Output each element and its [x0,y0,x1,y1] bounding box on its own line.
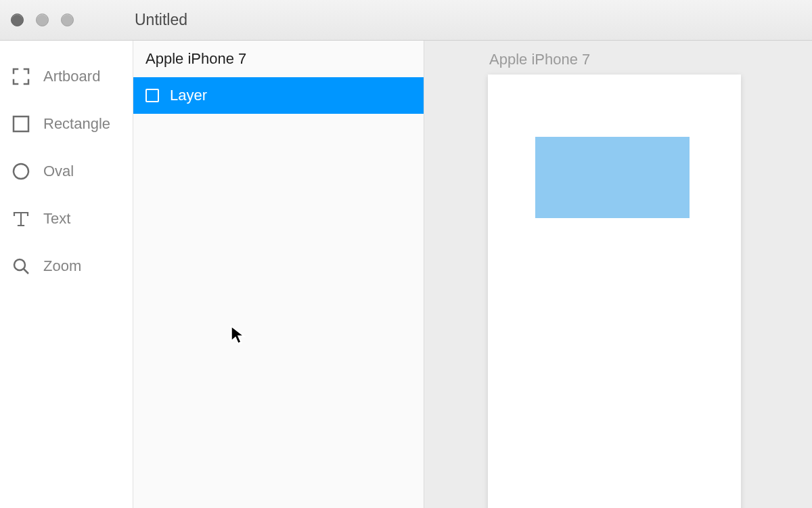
artboard-icon [12,68,30,85]
tool-oval[interactable]: Oval [0,148,133,195]
window-title: Untitled [74,11,801,29]
tool-text[interactable]: Text [0,195,133,242]
shape-layer[interactable] [535,137,690,218]
rectangle-icon [12,115,30,133]
cursor-icon [231,326,246,350]
window-controls [11,14,74,26]
workspace: Artboard Rectangle Oval [0,41,812,508]
svg-point-1 [14,164,28,179]
zoom-window-icon[interactable] [61,14,74,26]
artboard[interactable] [488,75,741,508]
tool-rectangle[interactable]: Rectangle [0,100,133,148]
oval-icon [12,163,30,180]
layer-shape-icon [145,89,159,102]
layer-row[interactable]: Layer [133,77,424,114]
tool-label: Text [43,210,70,228]
layer-name: Layer [170,87,207,104]
canvas-artboard-label[interactable]: Apple iPhone 7 [489,51,590,68]
svg-rect-0 [14,117,28,131]
tool-artboard[interactable]: Artboard [0,53,133,100]
minimize-window-icon[interactable] [36,14,49,26]
tool-label: Rectangle [43,115,110,133]
svg-line-3 [24,269,28,274]
titlebar: Untitled [0,0,812,41]
tool-label: Zoom [43,257,81,275]
toolbar: Artboard Rectangle Oval [0,41,133,508]
tool-zoom[interactable]: Zoom [0,242,133,290]
canvas[interactable]: Apple iPhone 7 [424,41,812,508]
tool-label: Oval [43,163,74,180]
layers-artboard-name[interactable]: Apple iPhone 7 [133,41,424,77]
zoom-icon [12,257,30,275]
svg-point-2 [14,259,25,270]
layers-panel: Apple iPhone 7 Layer [133,41,424,508]
close-window-icon[interactable] [11,14,24,26]
text-icon [12,210,30,228]
tool-label: Artboard [43,68,100,85]
